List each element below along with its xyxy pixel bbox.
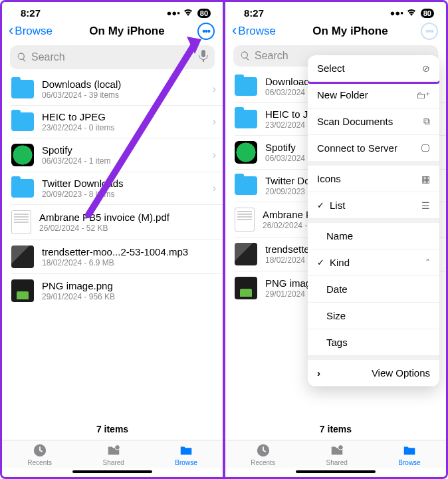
cellular-icon: ●●▪ <box>166 8 179 18</box>
file-name: trendsetter-moo...2-53-1004.mp3 <box>42 246 216 257</box>
status-bar: 8:27 ●●▪ 80 <box>2 2 223 20</box>
file-meta: 18/02/2024 - 6.9 MB <box>42 258 216 267</box>
image-icon <box>11 279 34 302</box>
home-indicator <box>72 470 152 473</box>
page-title: On My iPhone <box>312 25 388 38</box>
tab-bar: Recents Shared Browse <box>225 440 446 468</box>
server-icon: 🖵 <box>421 143 430 154</box>
more-actions-button[interactable]: ••• <box>421 23 438 40</box>
image-icon <box>235 277 257 299</box>
folder-icon <box>179 443 193 458</box>
folder-icon <box>11 179 34 198</box>
chevron-up-icon: ˄ <box>425 257 430 268</box>
clock-icon <box>33 443 47 458</box>
svg-point-2 <box>114 445 119 450</box>
tab-browse[interactable]: Browse <box>398 443 420 466</box>
chevron-right-icon: › <box>213 83 216 95</box>
chevron-right-icon: › <box>213 182 216 194</box>
file-name: Downloads (local) <box>42 79 205 90</box>
svg-point-6 <box>338 445 342 450</box>
nav-bar: ‹ Browse On My iPhone ••• <box>2 20 223 44</box>
phone-left: 8:27 ●●▪ 80 ‹ Browse On My iPhone ••• Se… <box>2 2 223 477</box>
tab-browse[interactable]: Browse <box>175 443 197 466</box>
file-meta: 29/01/2024 - 956 KB <box>42 292 216 301</box>
file-name: Ambrane PB5 invoice (M).pdf <box>39 212 216 223</box>
file-name: Spotify <box>42 144 205 156</box>
list-item[interactable]: Spotify 06/03/2024 - 1 item › <box>11 138 223 172</box>
home-indicator <box>296 470 376 473</box>
cellular-icon: ●●▪ <box>390 8 403 18</box>
menu-view-list[interactable]: List ☰ <box>308 192 439 219</box>
shared-folder-icon <box>106 443 121 458</box>
list-item[interactable]: trendsetter-moo...2-53-1004.mp3 18/02/20… <box>11 240 223 274</box>
new-folder-icon: 🗀⁺ <box>416 90 430 100</box>
wifi-icon <box>183 8 193 18</box>
battery-icon: 80 <box>197 9 211 18</box>
menu-sort-tags[interactable]: Tags <box>308 329 439 356</box>
tab-shared[interactable]: Shared <box>326 443 348 466</box>
chevron-left-icon: ‹ <box>232 23 237 38</box>
list-item[interactable]: Twitter Downloads 20/09/2023 - 8 items › <box>11 172 223 205</box>
phone-right: 8:27 ●●▪ 80 ‹ Browse On My iPhone ••• Se… <box>225 2 446 477</box>
status-icons: ●●▪ 80 <box>390 8 434 18</box>
status-icons: ●●▪ 80 <box>166 8 211 18</box>
menu-scan-documents[interactable]: Scan Documents ⧉ <box>308 108 439 135</box>
folder-icon <box>11 112 34 131</box>
search-input[interactable]: Search <box>10 45 215 69</box>
list-item[interactable]: Ambrane PB5 invoice (M).pdf 26/02/2024 -… <box>11 205 223 240</box>
spotify-icon <box>235 141 257 164</box>
folder-icon <box>235 176 257 195</box>
list-item[interactable]: HEIC to JPEG 23/02/2024 - 0 items › <box>11 106 223 138</box>
menu-new-folder[interactable]: New Folder 🗀⁺ <box>308 82 439 108</box>
ellipsis-icon: ••• <box>202 26 210 37</box>
audio-icon <box>235 243 257 265</box>
more-actions-button[interactable]: ••• <box>197 23 215 40</box>
status-bar: 8:27 ●●▪ 80 <box>225 2 446 20</box>
spotify-icon <box>11 144 34 166</box>
list-item[interactable]: Downloads (local) 06/03/2024 - 39 items … <box>11 73 223 106</box>
menu-connect-server[interactable]: Connect to Server 🖵 <box>308 135 439 162</box>
menu-select[interactable]: Select ⊘ <box>308 55 439 82</box>
menu-view-options[interactable]: View Options <box>308 360 439 387</box>
select-icon: ⊘ <box>422 63 430 74</box>
folder-icon <box>11 80 34 98</box>
shared-folder-icon <box>330 443 344 458</box>
back-label: Browse <box>238 25 276 38</box>
menu-view-icons[interactable]: Icons ▦ <box>308 166 439 192</box>
tab-recents[interactable]: Recents <box>27 443 52 466</box>
status-time: 8:27 <box>21 7 41 19</box>
file-name: HEIC to JPEG <box>42 111 205 122</box>
list-item[interactable]: PNG image.png 29/01/2024 - 956 KB <box>11 274 223 307</box>
item-count: 7 items <box>2 418 223 440</box>
item-count: 7 items <box>225 418 446 440</box>
folder-icon <box>235 110 257 128</box>
back-button[interactable]: ‹ Browse <box>232 25 282 38</box>
tab-shared[interactable]: Shared <box>103 443 124 466</box>
ellipsis-icon: ••• <box>425 26 433 37</box>
svg-rect-0 <box>201 50 205 57</box>
back-button[interactable]: ‹ Browse <box>9 25 59 38</box>
document-icon <box>235 208 255 232</box>
clock-icon <box>256 443 271 458</box>
menu-sort-date[interactable]: Date <box>308 276 439 303</box>
chevron-left-icon: ‹ <box>9 23 13 38</box>
file-meta: 06/03/2024 - 39 items <box>42 90 205 100</box>
nav-bar: ‹ Browse On My iPhone ••• <box>225 20 446 44</box>
search-placeholder: Search <box>31 51 65 63</box>
wifi-icon <box>406 8 417 18</box>
file-list: Downloads (local) 06/03/2024 - 39 items … <box>2 73 223 418</box>
file-meta: 06/03/2024 - 1 item <box>42 156 205 166</box>
menu-sort-size[interactable]: Size <box>308 303 439 329</box>
chevron-right-icon: › <box>213 116 216 128</box>
back-label: Browse <box>15 25 53 38</box>
menu-sort-name[interactable]: Name <box>308 223 439 249</box>
file-meta: 20/09/2023 - 8 items <box>42 190 205 199</box>
tab-bar: Recents Shared Browse <box>2 440 223 468</box>
menu-sort-kind[interactable]: Kind ˄ <box>308 249 439 276</box>
context-menu: Select ⊘ New Folder 🗀⁺ Scan Documents ⧉ … <box>308 55 439 387</box>
scan-icon: ⧉ <box>423 116 430 127</box>
mic-icon[interactable] <box>199 50 208 65</box>
grid-icon: ▦ <box>421 174 430 184</box>
search-icon <box>240 51 251 61</box>
tab-recents[interactable]: Recents <box>251 443 275 466</box>
